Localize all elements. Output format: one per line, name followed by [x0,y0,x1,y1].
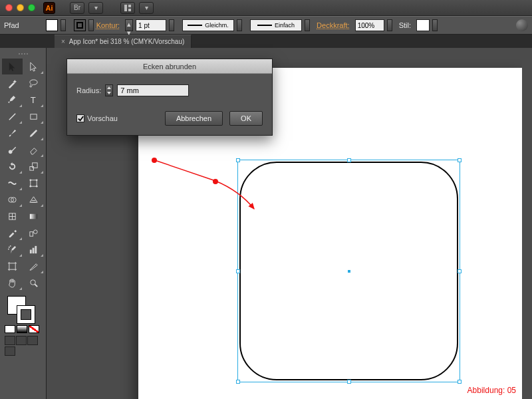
draw-normal-button[interactable] [5,336,15,345]
style-dropdown[interactable] [432,19,438,31]
arrange-documents-button[interactable] [120,2,135,14]
perspective-grid-tool[interactable] [23,192,44,207]
resize-handle[interactable] [236,380,240,384]
graphic-style-swatch[interactable] [416,19,430,31]
round-corners-dialog: Ecken abrunden Radius: 7 mm Vorschau Abb… [66,59,273,136]
fill-dropdown[interactable] [61,19,66,31]
resize-handle[interactable] [458,380,462,384]
svg-point-12 [29,185,31,187]
tools-panel: T [0,48,47,399]
svg-point-20 [9,246,10,247]
type-tool[interactable]: T [23,92,44,108]
svg-point-10 [29,179,31,181]
paintbrush-tool[interactable] [2,125,23,141]
vertical-scrollbar[interactable] [522,48,532,399]
cancel-button[interactable]: Abbrechen [165,111,223,126]
ok-button[interactable]: OK [229,111,263,126]
svg-point-6 [9,150,13,154]
bridge-dropdown[interactable]: ▾ [88,2,103,14]
opacity-panel-link[interactable]: Deckkraft: [317,21,350,29]
close-tab-icon[interactable]: × [61,38,65,45]
svg-rect-5 [31,114,37,119]
blend-tool[interactable] [23,225,44,241]
artboard-tool[interactable] [2,258,23,274]
opacity-dropdown[interactable] [387,19,392,31]
fill-stroke-control[interactable] [2,295,44,324]
brush-definition[interactable]: Einfach [250,19,302,31]
magic-wand-tool[interactable] [2,75,23,91]
style-label: Stil: [399,21,411,29]
shape-builder-tool[interactable] [2,192,23,207]
stroke-dropdown[interactable] [88,19,94,31]
panel-grip[interactable] [2,51,44,57]
mesh-tool[interactable] [2,208,23,224]
screen-mode-row [2,346,44,356]
selection-bounding-box[interactable] [237,160,460,382]
svg-point-19 [34,229,38,233]
app-logo-icon: Ai [43,2,55,14]
bridge-button[interactable]: Br [70,2,84,14]
svg-line-4 [9,113,15,119]
dialog-title[interactable]: Ecken abrunden [67,59,272,74]
opacity-field[interactable]: 100% [355,19,384,31]
lasso-tool[interactable] [23,75,44,91]
close-window-button[interactable] [5,4,13,11]
svg-rect-17 [30,213,37,219]
resize-handle[interactable] [347,380,351,384]
document-tab[interactable]: × App Icon* bei 318 % (CMYK/Vorschau) [55,35,192,48]
resize-handle[interactable] [236,158,240,162]
stroke-color-icon[interactable] [17,305,35,324]
resize-handle[interactable] [347,158,351,162]
zoom-window-button[interactable] [28,4,35,11]
none-mode-button[interactable] [29,325,39,333]
rotate-tool[interactable] [2,158,23,174]
svg-rect-24 [33,247,35,253]
direct-selection-tool[interactable] [23,59,44,74]
control-bar: Pfad Kontur: ▴▾ 1 pt Gleichm. Einfach De… [0,16,532,35]
stroke-weight-dropdown[interactable] [169,19,174,31]
pencil-tool[interactable] [23,125,44,141]
selection-tool[interactable] [2,59,23,74]
brush-dropdown[interactable] [305,19,310,31]
free-transform-tool[interactable] [23,175,44,191]
stroke-weight-stepper[interactable]: ▴▾ [125,19,133,31]
document-setup-icon[interactable] [516,19,528,31]
slice-tool[interactable] [23,258,44,274]
variable-width-profile[interactable]: Gleichm. [182,19,234,31]
blob-brush-tool[interactable] [2,142,23,158]
symbol-sprayer-tool[interactable] [2,241,23,257]
scale-tool[interactable] [23,158,44,174]
eraser-tool[interactable] [23,142,44,158]
color-mode-button[interactable] [5,325,15,333]
draw-inside-button[interactable] [27,336,38,345]
hand-tool[interactable] [2,275,23,291]
radius-stepper[interactable] [105,84,113,96]
document-tab-bar: × App Icon* bei 318 % (CMYK/Vorschau) [0,35,532,48]
rectangle-tool[interactable] [23,108,44,124]
profile-dropdown[interactable] [237,19,242,31]
width-tool[interactable] [2,175,23,191]
fill-swatch[interactable] [46,19,58,31]
svg-point-13 [36,185,38,187]
arrange-documents-dropdown[interactable]: ▾ [139,2,154,14]
preview-checkbox[interactable]: Vorschau [76,114,118,122]
screen-mode-button[interactable] [5,346,15,356]
svg-rect-25 [35,245,37,253]
radius-input[interactable]: 7 mm [117,84,189,96]
resize-handle[interactable] [458,269,462,273]
pen-tool[interactable] [2,92,23,108]
line-segment-tool[interactable] [2,108,23,124]
svg-rect-1 [128,5,131,7]
draw-behind-button[interactable] [16,336,27,345]
minimize-window-button[interactable] [17,4,24,11]
gradient-tool[interactable] [23,208,44,224]
stroke-weight-field[interactable]: 1 pt [136,19,166,31]
stroke-swatch[interactable] [74,19,86,31]
resize-handle[interactable] [236,269,240,273]
resize-handle[interactable] [458,158,462,162]
stroke-panel-link[interactable]: Kontur: [96,21,120,29]
column-graph-tool[interactable] [23,241,44,257]
eyedropper-tool[interactable] [2,225,23,241]
gradient-mode-button[interactable] [17,325,27,333]
zoom-tool[interactable] [23,275,44,291]
